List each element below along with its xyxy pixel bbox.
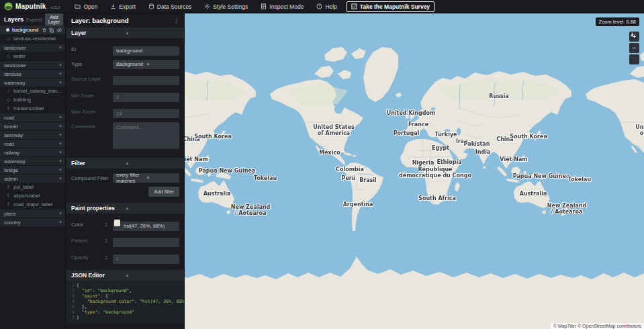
zoom-out-button[interactable]: − — [629, 43, 639, 53]
layer-group-road[interactable]: road▼ — [0, 113, 65, 122]
chevron-down-icon: ▼ — [58, 133, 62, 137]
zoom-function-icon[interactable]: Σ — [105, 222, 113, 228]
json-editor[interactable]: 1234567 { "id": "background", "paint": {… — [66, 281, 184, 324]
layer-group-label: country — [4, 220, 21, 226]
menu-export-label: Export — [119, 3, 136, 10]
layer-group-label: waterway — [4, 80, 26, 86]
layer-item-label: housenumber — [13, 105, 44, 111]
menu-help-label: Help — [325, 3, 336, 10]
layer-group-landcover[interactable]: landcover▼ — [0, 60, 65, 69]
layer-type-icon: ◇ — [6, 36, 11, 42]
copy-icon[interactable] — [49, 28, 54, 33]
layer-item-water[interactable]: ◇water — [0, 52, 65, 60]
layer-item-tunnel_railway_tran[interactable]: /tunnel_railway_tran… — [0, 87, 65, 95]
zoom-function-icon[interactable]: Σ — [105, 238, 113, 244]
filter-fields: Compound Filter every filter matches ▼ A… — [66, 169, 184, 203]
compass-button[interactable] — [629, 54, 639, 64]
maputnik-logo[interactable]: Maputnik v1.5.0 — [4, 2, 60, 11]
comments-textarea[interactable] — [113, 122, 179, 149]
pattern-input[interactable] — [113, 238, 179, 247]
layer-group-waterway[interactable]: waterway▼ — [0, 78, 65, 87]
type-select[interactable]: Background ▼ — [113, 60, 179, 69]
layer-item-airport-label[interactable]: Tairport-label — [0, 191, 65, 200]
min-zoom-input[interactable] — [113, 93, 179, 102]
source-layer-input[interactable] — [113, 76, 179, 85]
collapse-icon: ▲ — [126, 206, 180, 210]
survey-button-label: Take the Maputnik Survey — [360, 3, 430, 10]
menu-style-settings[interactable]: Style Settings — [204, 3, 248, 10]
chevron-down-icon: ▼ — [146, 176, 177, 180]
layer-item-road_major_label[interactable]: Troad_major_label — [0, 200, 65, 209]
layer-type-icon: T — [6, 106, 11, 111]
section-paint-properties[interactable]: Paint properties ▲ — [66, 203, 184, 214]
type-select-value: Background — [116, 61, 146, 67]
layer-group-label: landcover — [4, 62, 26, 68]
map-attribution[interactable]: © MapTiler © OpenStreetMap contributors — [551, 323, 644, 329]
kebab-menu-icon[interactable]: ⋮ — [173, 17, 179, 24]
zoom-function-icon[interactable]: Σ — [105, 254, 113, 261]
layer-item-building[interactable]: ◇building — [0, 95, 65, 104]
menu-export[interactable]: Export — [110, 3, 136, 10]
expand-button[interactable]: Expand — [26, 17, 42, 22]
menu-inspect-mode[interactable]: Inspect Mode — [261, 3, 304, 10]
map-canvas[interactable]: ChinaSouth KoreaViệt NamPapua New Guinea… — [185, 13, 644, 329]
menu-help[interactable]: ? Help — [316, 3, 336, 10]
layer-group-label: admin — [4, 176, 17, 182]
layer-group-label: place — [4, 211, 16, 217]
export-icon — [110, 3, 116, 9]
help-icon: ? — [316, 3, 322, 9]
layer-group-bridge[interactable]: bridge▼ — [0, 165, 65, 174]
layer-group-admin[interactable]: admin▼ — [0, 174, 65, 183]
layer-group-road[interactable]: road▼ — [0, 139, 65, 148]
eye-off-icon[interactable] — [56, 28, 62, 33]
zoom-level-badge: Zoom level: 0.88 — [596, 17, 639, 26]
layer-item-background[interactable]: background — [0, 26, 65, 34]
collapse-icon: ▲ — [126, 31, 180, 35]
layer-group-railway[interactable]: railway▼ — [0, 148, 65, 156]
trash-icon[interactable] — [42, 28, 47, 33]
section-filter[interactable]: Filter ▲ — [66, 158, 184, 169]
menu-data-sources[interactable]: Data Sources — [148, 3, 192, 10]
app-version: v1.5.0 — [50, 5, 60, 9]
layers-panel-header: Layers Expand Add Layer — [0, 13, 65, 26]
id-input[interactable] — [113, 46, 179, 56]
min-zoom-label: Min Zoom — [71, 93, 113, 99]
main-menu: Open Export Data Sources Style Settings … — [75, 3, 336, 10]
layer-item-housenumber[interactable]: Thousenumber — [0, 104, 65, 113]
layer-group-waterway[interactable]: waterway▼ — [0, 156, 65, 165]
section-json-editor[interactable]: JSON Editor ▲ — [66, 270, 184, 281]
add-filter-button[interactable]: Add filter — [148, 187, 179, 197]
max-zoom-input[interactable] — [113, 109, 179, 118]
compound-filter-value: every filter matches — [116, 172, 146, 184]
opacity-input[interactable] — [113, 254, 179, 264]
layer-item-label: tunnel_railway_tran… — [13, 88, 62, 94]
chevron-down-icon: ▼ — [58, 72, 62, 76]
compass-icon — [629, 32, 635, 38]
top-bar: Maputnik v1.5.0 Open Export Data Sources… — [0, 0, 644, 13]
json-line-numbers: 1234567 — [66, 283, 77, 324]
layers-panel: Layers Expand Add Layer background◇landu… — [0, 13, 66, 329]
layer-item-label: building — [13, 97, 31, 103]
add-layer-button[interactable]: Add Layer — [45, 13, 63, 26]
layer-fields: ID Type Background ▼ Source Layer Min Zo… — [66, 38, 184, 158]
layer-editor-panel: Layer: background ⋮ Layer ▲ ID Type Back… — [66, 13, 185, 329]
layer-group-label: aeroway — [4, 132, 23, 138]
menu-open[interactable]: Open — [75, 3, 97, 10]
compound-filter-select[interactable]: every filter matches ▼ — [113, 173, 179, 183]
layer-group-country[interactable]: country▼ — [0, 218, 65, 226]
color-input[interactable] — [113, 222, 179, 231]
layer-group-label: waterway — [4, 158, 26, 164]
layer-item-landuse-residential[interactable]: ◇landuse-residential — [0, 34, 65, 43]
section-layer-title: Layer — [71, 30, 126, 36]
layer-group-landuse[interactable]: landuse▼ — [0, 69, 65, 78]
layer-group-place[interactable]: place▼ — [0, 209, 65, 218]
layer-group-tunnel[interactable]: tunnel▼ — [0, 122, 65, 130]
color-swatch[interactable] — [114, 220, 120, 226]
menu-style-settings-label: Style Settings — [213, 3, 248, 10]
section-layer[interactable]: Layer ▲ — [66, 28, 184, 38]
paint-fields: Color Σ Pattern Σ Opacity Σ — [66, 214, 184, 270]
layer-item-poi_label[interactable]: Tpoi_label — [0, 183, 65, 191]
survey-button[interactable]: Take the Maputnik Survey — [347, 1, 434, 12]
layer-group-aeroway[interactable]: aeroway▼ — [0, 130, 65, 139]
layer-group-landcover[interactable]: landcover▼ — [0, 43, 65, 52]
